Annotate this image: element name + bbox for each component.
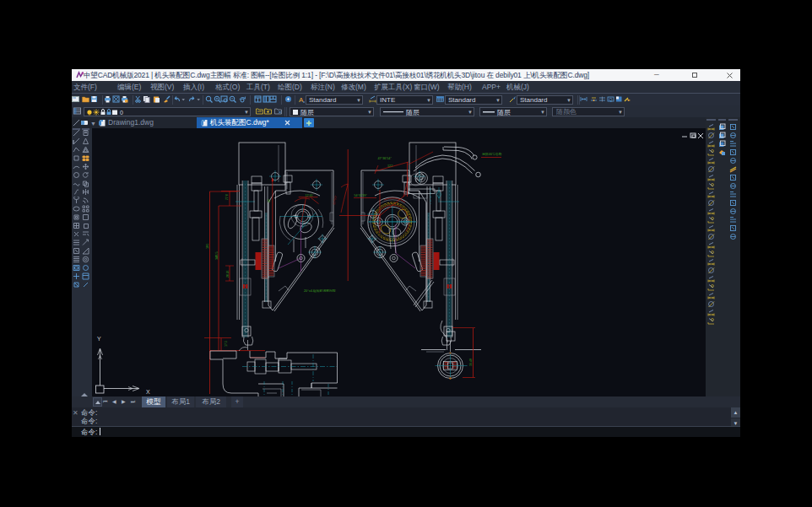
svg-text:49: 49 [268,199,271,202]
svg-text:191: 191 [206,244,209,249]
svg-text:39.48: 39.48 [469,359,473,366]
svg-text:20.26: 20.26 [226,270,230,278]
svg-text:0: 0 [120,110,123,116]
svg-text:77.8: 77.8 [225,194,229,200]
svg-text:X: X [146,389,150,395]
svg-text:Y: Y [97,336,101,342]
svg-text:117°5’2”: 117°5’2” [333,195,338,205]
svg-text:47°36'54”: 47°36'54” [378,157,392,160]
svg-text:54°37'39”: 54°37'39” [355,194,368,197]
svg-text:20°±4.组装时调整间隙: 20°±4.组装时调整间隙 [304,289,336,293]
svg-text:Q: Q [609,97,613,102]
svg-text:12°45': 12°45' [306,194,314,197]
svg-text:涂抹46号油脂: 涂抹46号油脂 [482,152,501,156]
svg-text:17.5: 17.5 [225,341,228,347]
svg-text:348.5: 348.5 [215,251,219,260]
